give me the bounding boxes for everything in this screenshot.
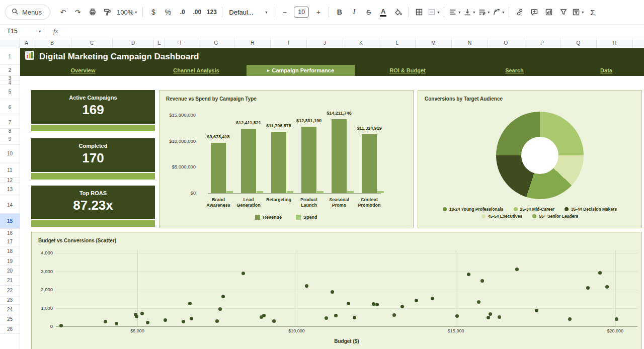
tab-roi-budget[interactable]: ROI & Budget bbox=[355, 65, 460, 76]
row-header-21[interactable]: 21 bbox=[0, 276, 20, 286]
row-header-18[interactable]: 18 bbox=[0, 246, 20, 256]
merge-cells-button[interactable]: ▾ bbox=[427, 6, 440, 19]
column-header-Q[interactable]: Q bbox=[560, 38, 597, 48]
revenue-bar bbox=[211, 143, 226, 193]
row-header-20[interactable]: 20 bbox=[0, 266, 20, 276]
horizontal-align-button[interactable]: ▾ bbox=[448, 6, 461, 19]
paint-format-button[interactable] bbox=[100, 6, 114, 19]
legend-dot bbox=[565, 207, 569, 211]
menus-button[interactable]: Menus bbox=[5, 5, 50, 20]
column-header-G[interactable]: G bbox=[198, 38, 234, 48]
row-header-26[interactable]: 26 bbox=[0, 324, 20, 334]
more-number-formats-button[interactable]: 123 bbox=[205, 6, 218, 19]
undo-button[interactable]: ↶ bbox=[56, 6, 70, 19]
link-icon bbox=[516, 8, 524, 16]
chevron-down-icon: ▾ bbox=[265, 10, 267, 15]
row-header-25[interactable]: 25 bbox=[0, 314, 20, 324]
column-header-F[interactable]: F bbox=[165, 38, 198, 48]
text-rotation-icon: A bbox=[493, 8, 501, 16]
decrease-font-size-button[interactable]: − bbox=[278, 6, 291, 19]
currency-format-button[interactable]: $ bbox=[146, 6, 160, 19]
decrease-decimal-button[interactable]: .0 bbox=[176, 6, 189, 19]
redo-button[interactable]: ↷ bbox=[71, 6, 85, 19]
column-header-K[interactable]: K bbox=[343, 38, 379, 48]
column-header-J[interactable]: J bbox=[307, 38, 343, 48]
text-rotation-button[interactable]: A▾ bbox=[492, 6, 505, 19]
print-button[interactable] bbox=[86, 6, 99, 19]
row-header-16[interactable]: 16 bbox=[0, 229, 20, 237]
name-box[interactable]: T15 ▾ bbox=[0, 25, 46, 38]
text-color-button[interactable]: A bbox=[376, 6, 390, 19]
row-header-15[interactable]: 15 bbox=[0, 214, 20, 229]
tab-campaign-performance[interactable]: ▸Campaign Performance bbox=[247, 65, 355, 76]
row-header-19[interactable]: 19 bbox=[0, 256, 20, 266]
column-header-E[interactable]: E bbox=[154, 38, 165, 48]
insert-comment-button[interactable] bbox=[527, 6, 541, 19]
scatter-y-tick-label: 3,000 bbox=[32, 269, 53, 274]
column-header-A[interactable]: A bbox=[20, 38, 33, 48]
column-header-N[interactable]: N bbox=[452, 38, 488, 48]
font-selector[interactable]: Defaul...▾ bbox=[226, 6, 270, 19]
formula-bar: T15 ▾ fx bbox=[0, 24, 644, 38]
column-header-M[interactable]: M bbox=[416, 38, 452, 48]
row-header-3[interactable]: 3 bbox=[0, 76, 20, 80]
row-header-2[interactable]: 2 bbox=[0, 65, 20, 76]
row-header-10[interactable]: 10 bbox=[0, 145, 20, 162]
row-header-6[interactable]: 6 bbox=[0, 99, 20, 116]
row-header-14[interactable]: 14 bbox=[0, 196, 20, 214]
column-header-C[interactable]: C bbox=[71, 38, 113, 48]
tab-label: ROI & Budget bbox=[389, 67, 426, 73]
tab-overview[interactable]: Overview bbox=[20, 65, 146, 76]
column-header-R[interactable]: R bbox=[597, 38, 633, 48]
filter-views-button[interactable]: ▾ bbox=[571, 6, 585, 19]
italic-button[interactable]: I bbox=[347, 6, 361, 19]
row-header-1[interactable]: 1 bbox=[0, 48, 20, 65]
column-header-B[interactable]: B bbox=[33, 38, 71, 48]
row-header-7[interactable]: 7 bbox=[0, 116, 20, 129]
bar-y-tick-label: $5,000,000 bbox=[159, 164, 196, 169]
row-header-11[interactable]: 11 bbox=[0, 162, 20, 178]
insert-chart-button[interactable] bbox=[542, 6, 555, 19]
borders-button[interactable] bbox=[412, 6, 426, 19]
text-wrap-icon bbox=[478, 8, 486, 16]
tab-label: Overview bbox=[71, 67, 96, 73]
column-header-I[interactable]: I bbox=[271, 38, 307, 48]
legend-swatch bbox=[296, 215, 301, 220]
functions-button[interactable]: Σ bbox=[586, 6, 599, 19]
column-header-O[interactable]: O bbox=[488, 38, 524, 48]
text-wrap-button[interactable]: ▾ bbox=[477, 6, 491, 19]
row-header-4[interactable]: 4 bbox=[0, 80, 20, 85]
font-size-input[interactable]: 10 bbox=[294, 7, 309, 18]
row-header-8[interactable]: 8 bbox=[0, 129, 20, 133]
tab-channel-analysis[interactable]: Channel Analysis bbox=[146, 65, 247, 76]
column-header-L[interactable]: L bbox=[379, 38, 416, 48]
row-header-12[interactable]: 12 bbox=[0, 178, 20, 183]
donut-legend-row: 45-54 Executives55+ Senior Leaders bbox=[481, 214, 579, 219]
column-header-P[interactable]: P bbox=[524, 38, 560, 48]
column-header-D[interactable]: D bbox=[113, 38, 154, 48]
increase-font-size-button[interactable]: + bbox=[311, 6, 325, 19]
row-header-5[interactable]: 5 bbox=[0, 85, 20, 99]
row-header-22[interactable]: 22 bbox=[0, 286, 20, 295]
tab-search[interactable]: Search bbox=[460, 65, 569, 76]
formula-input[interactable] bbox=[65, 25, 644, 38]
kpi-card: Completed170 bbox=[31, 138, 155, 180]
row-header-17[interactable]: 17 bbox=[0, 237, 20, 246]
row-header-13[interactable]: 13 bbox=[0, 183, 20, 196]
column-header-H[interactable]: H bbox=[234, 38, 271, 48]
row-header-24[interactable]: 24 bbox=[0, 305, 20, 314]
bold-button[interactable]: B bbox=[333, 6, 346, 19]
increase-decimal-button[interactable]: .00 bbox=[190, 6, 204, 19]
strikethrough-button[interactable]: S bbox=[362, 6, 375, 19]
insert-link-button[interactable] bbox=[513, 6, 526, 19]
zoom-selector[interactable]: 100%▾ bbox=[115, 6, 139, 19]
select-all-corner[interactable] bbox=[0, 38, 20, 48]
tab-data[interactable]: Data bbox=[569, 65, 644, 76]
row-header-9[interactable]: 9 bbox=[0, 133, 20, 145]
percent-format-button[interactable]: % bbox=[161, 6, 175, 19]
vertical-align-button[interactable]: ▾ bbox=[462, 6, 476, 19]
row-header-23[interactable]: 23 bbox=[0, 295, 20, 305]
create-filter-button[interactable] bbox=[556, 6, 570, 19]
fill-color-button[interactable] bbox=[391, 6, 405, 19]
sheet-canvas[interactable]: Digital Marketing Campaign Dashboard Ove… bbox=[20, 48, 644, 349]
